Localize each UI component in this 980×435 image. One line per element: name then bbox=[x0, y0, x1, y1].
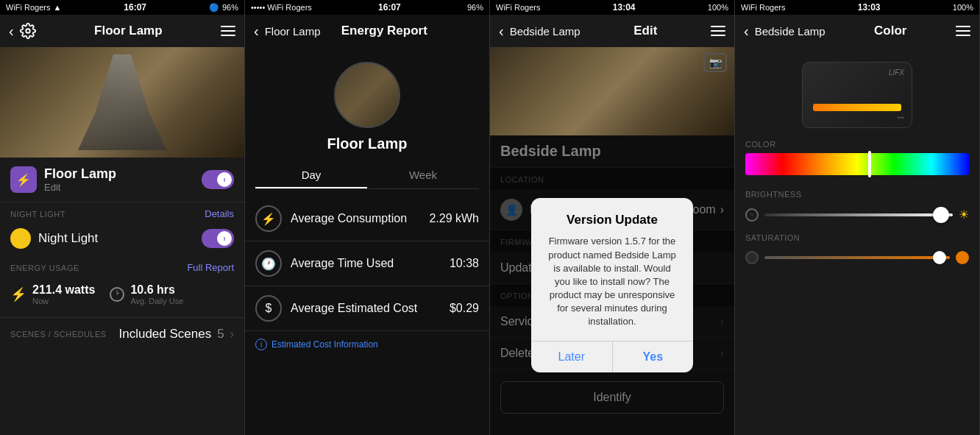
page-title-4: Color bbox=[874, 24, 906, 38]
stat-consumption-label: Average Consumption bbox=[291, 212, 407, 225]
dollar-stat-icon: $ bbox=[255, 295, 282, 322]
panel-color: WiFi Rogers 13:03 100% ‹ Bedside Lamp Co… bbox=[735, 0, 980, 435]
saturation-low-icon bbox=[745, 251, 759, 264]
nav-right-4[interactable] bbox=[956, 26, 970, 36]
camera-icon[interactable]: 📷 bbox=[703, 53, 727, 72]
status-bar-2: ••••• WiFi Rogers 16:07 96% bbox=[245, 0, 489, 15]
power-toggle-1[interactable]: I bbox=[202, 170, 234, 189]
color-strip[interactable] bbox=[745, 153, 969, 175]
time-4: 13:03 bbox=[858, 2, 881, 13]
stat-cost: $ Average Estimated Cost $0.29 bbox=[245, 286, 489, 331]
device-name-1: Floor Lamp bbox=[44, 166, 116, 182]
stat-time-value: 10:38 bbox=[450, 257, 479, 270]
carrier-3: WiFi Rogers bbox=[496, 3, 541, 12]
dialog-body: Firmware version 1.5.7 for the product n… bbox=[546, 235, 678, 328]
dialog-later-button[interactable]: Later bbox=[531, 342, 613, 372]
night-light-details-link[interactable]: Details bbox=[205, 208, 234, 219]
full-report-link[interactable]: Full Report bbox=[187, 262, 234, 273]
menu-icon-4[interactable] bbox=[956, 26, 970, 36]
nav-back-label-3[interactable]: Bedside Lamp bbox=[510, 25, 580, 38]
scenes-count: 5 bbox=[217, 327, 224, 342]
night-light-section-label: NIGHT LIGHT bbox=[10, 210, 65, 219]
back-button-1[interactable]: ‹ bbox=[9, 23, 14, 40]
version-update-dialog: Version Update Firmware version 1.5.7 fo… bbox=[531, 198, 693, 372]
battery-3: 100% bbox=[708, 3, 728, 12]
lamp-preview: LIFX ••• bbox=[798, 62, 916, 128]
hero-image-3: 📷 bbox=[490, 47, 734, 135]
nav-bar-1: ‹ Floor Lamp bbox=[0, 15, 244, 47]
menu-icon-3[interactable] bbox=[711, 26, 725, 36]
saturation-thumb[interactable] bbox=[933, 251, 946, 264]
status-right-1: 🔵 96% bbox=[209, 3, 238, 13]
nav-back-label-4[interactable]: Bedside Lamp bbox=[755, 25, 825, 38]
lamp-silhouette-1 bbox=[78, 54, 166, 150]
nav-right-3[interactable] bbox=[711, 26, 725, 36]
scenes-row[interactable]: SCENES / SCHEDULES Included Scenes 5 › bbox=[0, 317, 244, 350]
device-text-1: Floor Lamp Edit bbox=[44, 166, 116, 193]
color-strip-cursor bbox=[868, 151, 871, 177]
night-light-left: Night Light bbox=[10, 228, 98, 249]
saturation-label: Saturation bbox=[735, 229, 979, 247]
status-right-4: 100% bbox=[953, 3, 973, 12]
night-light-label: Night Light bbox=[38, 231, 98, 246]
nav-right-1[interactable] bbox=[221, 26, 235, 36]
toggle-knob-1: I bbox=[217, 172, 232, 187]
device-avatar-2 bbox=[334, 62, 400, 128]
camera-overlay-btn[interactable]: 📷 bbox=[703, 53, 727, 72]
dialog-overlay: Version Update Firmware version 1.5.7 fo… bbox=[490, 135, 734, 435]
back-button-2[interactable]: ‹ bbox=[254, 23, 259, 40]
menu-icon-1[interactable] bbox=[221, 26, 235, 36]
nav-left-3: ‹ Bedside Lamp bbox=[499, 23, 580, 40]
color-section-label: Color bbox=[735, 135, 979, 153]
info-icon: i bbox=[255, 339, 267, 350]
scenes-label: Included Scenes bbox=[119, 327, 212, 342]
saturation-slider[interactable] bbox=[764, 256, 950, 259]
energy-row: ⚡ 211.4 watts Now 10.6 hrs Avg. Daily Us… bbox=[10, 277, 234, 311]
nav-left-2: ‹ Floor Lamp bbox=[254, 23, 321, 40]
lamp-detail: ••• bbox=[898, 114, 904, 121]
device-info-1: ⚡ Floor Lamp Edit I bbox=[0, 158, 244, 202]
stat-consumption-left: ⚡ Average Consumption bbox=[255, 205, 407, 232]
gear-icon-1[interactable] bbox=[20, 23, 36, 39]
device-icon-1: ⚡ bbox=[10, 166, 37, 193]
night-light-knob: I bbox=[217, 231, 232, 246]
lamp-logo: LIFX bbox=[889, 68, 904, 77]
carrier-2: ••••• WiFi Rogers bbox=[251, 3, 312, 12]
tab-week[interactable]: Week bbox=[367, 163, 479, 188]
nav-back-label-2[interactable]: Floor Lamp bbox=[265, 25, 321, 38]
brightness-slider[interactable] bbox=[764, 213, 953, 216]
stat-time-left: 🕐 Average Time Used bbox=[255, 250, 394, 277]
hours-sub: Avg. Daily Use bbox=[130, 297, 183, 305]
page-title-1: Floor Lamp bbox=[94, 24, 163, 38]
tab-day[interactable]: Day bbox=[255, 163, 367, 188]
status-left-3: WiFi Rogers bbox=[496, 3, 541, 12]
back-button-4[interactable]: ‹ bbox=[744, 23, 749, 40]
svg-point-0 bbox=[26, 29, 30, 33]
stat-time-used: 🕐 Average Time Used 10:38 bbox=[245, 241, 489, 286]
energy-section: ENERGY USAGE Full Report ⚡ 211.4 watts N… bbox=[0, 256, 244, 314]
watts-value: 211.4 watts bbox=[32, 283, 95, 297]
night-light-toggle[interactable]: I bbox=[202, 229, 234, 248]
brightness-thumb[interactable] bbox=[933, 207, 949, 223]
dialog-yes-button[interactable]: Yes bbox=[613, 342, 694, 372]
nav-bar-4: ‹ Bedside Lamp Color bbox=[735, 15, 979, 47]
page-title-3[interactable]: Edit bbox=[633, 24, 657, 38]
scenes-section-label: SCENES / SCHEDULES bbox=[10, 330, 107, 339]
sun-icon bbox=[10, 228, 31, 249]
carrier-1: WiFi Rogers bbox=[6, 3, 51, 12]
bluetooth-icon-1: 🔵 bbox=[209, 3, 219, 13]
device-edit-1[interactable]: Edit bbox=[44, 182, 116, 193]
brightness-high-icon: ☀ bbox=[959, 208, 969, 222]
dialog-title: Version Update bbox=[546, 213, 678, 227]
estimated-cost-note: i Estimated Cost Information bbox=[245, 331, 489, 358]
lamp-stripe bbox=[813, 104, 901, 111]
carrier-4: WiFi Rogers bbox=[741, 3, 786, 12]
lightning-icon: ⚡ bbox=[10, 286, 26, 303]
status-bar-3: WiFi Rogers 13:04 100% bbox=[490, 0, 734, 15]
panel-energy-report: ••••• WiFi Rogers 16:07 96% ‹ Floor Lamp… bbox=[245, 0, 490, 435]
saturation-high-icon bbox=[956, 251, 969, 264]
stat-consumption-value: 2.29 kWh bbox=[429, 212, 479, 225]
time-2: 16:07 bbox=[378, 2, 401, 13]
est-cost-link[interactable]: Estimated Cost Information bbox=[271, 339, 378, 350]
back-button-3[interactable]: ‹ bbox=[499, 23, 504, 40]
